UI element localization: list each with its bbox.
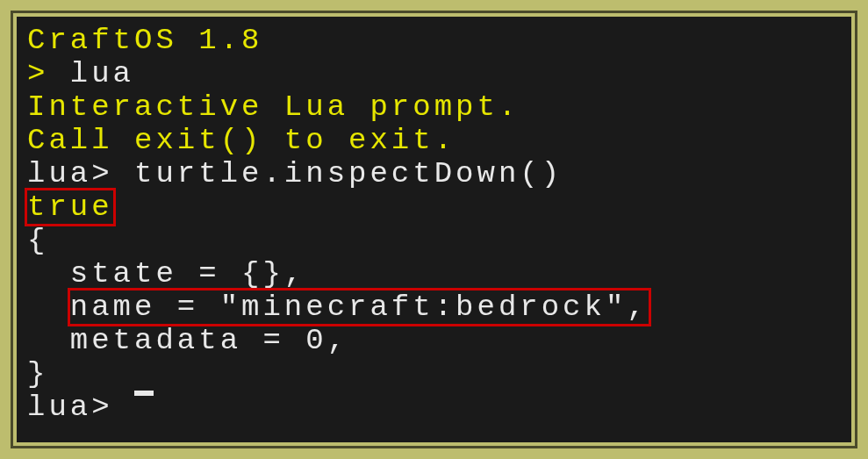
lua-command: turtle.inspectDown() (134, 157, 563, 190)
highlight-name: name = "minecraft:bedrock", (68, 288, 651, 326)
os-header: CraftOS 1.8 (27, 24, 841, 57)
final-lua-prompt: lua> (27, 391, 134, 424)
state-line: state = {}, (27, 257, 841, 290)
highlight-true: true (25, 188, 116, 226)
lua-intro-line1: Interactive Lua prompt. (27, 90, 841, 124)
result-true: true (27, 190, 113, 224)
cursor (134, 391, 154, 396)
terminal-screen[interactable]: CraftOS 1.8 > lua Interactive Lua prompt… (17, 17, 851, 442)
lua-prompt-symbol: lua> (27, 157, 134, 190)
brace-close: } (27, 357, 841, 391)
shell-command: lua (70, 57, 134, 90)
lua-intro-line2: Call exit() to exit. (27, 124, 841, 157)
name-indent (27, 290, 70, 324)
terminal-frame: CraftOS 1.8 > lua Interactive Lua prompt… (11, 11, 857, 448)
name-line: name = "minecraft:bedrock", (70, 290, 649, 324)
shell-prompt-symbol: > (27, 57, 70, 90)
brace-open: { (27, 224, 841, 257)
metadata-line: metadata = 0, (27, 324, 841, 357)
